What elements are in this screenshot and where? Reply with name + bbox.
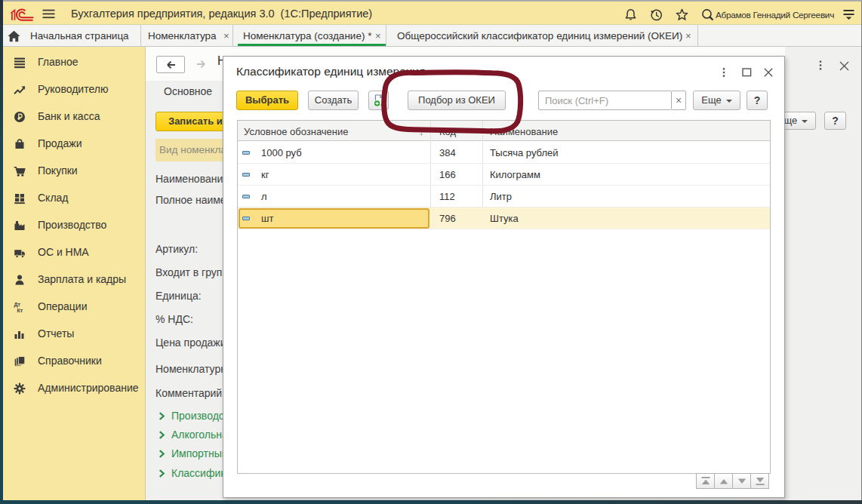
unit-element-icon <box>242 217 250 220</box>
form-kebab-menu-icon[interactable] <box>819 60 822 71</box>
shopping-cart-icon <box>14 165 26 177</box>
table-row-kg[interactable]: кг 166 Килограмм <box>238 164 770 186</box>
search-icon[interactable] <box>701 8 714 21</box>
table-row-sht-selected[interactable]: шт 796 Штука <box>238 207 770 229</box>
warehouse-boxes-icon <box>14 192 26 204</box>
bar-chart-icon <box>14 328 26 340</box>
create-group-icon <box>373 94 385 107</box>
gear-icon <box>14 383 26 395</box>
ruble-coin-icon <box>14 111 26 123</box>
field-label-nds: % НДС: <box>155 313 193 325</box>
svg-text:Дт: Дт <box>14 302 21 308</box>
cell-name: Штука <box>490 213 519 224</box>
sidebar-item-label: Зарплата и кадры <box>38 273 126 285</box>
dialog-kebab-menu-icon[interactable] <box>722 68 725 78</box>
dialog-title: Классификатор единиц измерения <box>236 65 425 78</box>
main-menu-icon[interactable] <box>42 9 55 19</box>
table-row-l[interactable]: л 112 Литр <box>238 186 770 207</box>
sidebar-item-zarplata-i-kadry[interactable]: Зарплата и кадры <box>3 266 145 293</box>
cell-symbol: л <box>261 191 267 202</box>
cell-name: Тысяча рублей <box>490 147 559 158</box>
favorites-star-icon[interactable] <box>676 8 688 21</box>
cell-code: 166 <box>439 169 456 180</box>
trend-chart-icon <box>14 84 26 96</box>
select-button[interactable]: Выбрать <box>236 91 298 110</box>
sidebar-item-label: Справочники <box>38 355 102 367</box>
field-label-kommentarij: Комментарий: <box>155 387 225 399</box>
field-label-cena-prodazhi: Цена продажи: <box>155 337 229 349</box>
service-menu-icon[interactable] <box>843 9 854 20</box>
sidebar-item-bank-i-kassa[interactable]: Банк и касса <box>3 103 145 131</box>
sidebar-item-proizvodstvo[interactable]: Производство <box>3 212 145 239</box>
sidebar-item-sklad[interactable]: Склад <box>3 185 145 212</box>
sidebar-item-label: Покупки <box>38 164 78 177</box>
dialog-more-label: Еще <box>701 94 721 106</box>
sidebar-item-operacii[interactable]: Дт Кт Операции <box>3 293 145 321</box>
expand-chevron-icon <box>159 412 165 420</box>
sidebar-item-prodazhi[interactable]: Продажи <box>3 131 145 158</box>
column-header-symbol[interactable]: Условное обозначение <box>244 126 349 137</box>
scroll-to-top-button[interactable] <box>696 473 715 489</box>
sidebar-item-label: Банк и касса <box>38 110 100 122</box>
form-help-button[interactable]: ? <box>824 112 846 130</box>
sidebar-item-label: Главное <box>38 56 79 68</box>
tab-close-icon[interactable]: × <box>375 31 381 41</box>
forward-button[interactable] <box>190 56 213 73</box>
column-header-code[interactable]: Код <box>439 126 456 137</box>
sidebar-item-administrirovanie[interactable]: Администрирование <box>3 375 145 402</box>
create-group-button[interactable] <box>368 91 389 110</box>
notifications-bell-icon[interactable] <box>624 8 637 21</box>
tab-nomenklatura[interactable]: Номенклатура × <box>141 25 232 47</box>
factory-icon <box>14 220 26 232</box>
sidebar-item-otchety[interactable]: Отчеты <box>3 321 145 348</box>
debit-credit-icon: Дт Кт <box>14 301 26 313</box>
dialog-help-button[interactable]: ? <box>747 91 768 110</box>
form-nav-osnovnoe[interactable]: Основное <box>164 85 212 97</box>
history-icon[interactable] <box>650 8 663 21</box>
search-clear-button[interactable]: × <box>672 91 686 110</box>
current-user[interactable]: Абрамов Геннадий Сергеевич <box>716 10 834 20</box>
dialog-more-button[interactable]: Еще <box>693 91 740 110</box>
sidebar-item-os-i-nma[interactable]: ОС и НМА <box>3 239 145 266</box>
tab-okei-classifier[interactable]: Общероссийский классификатор единиц изме… <box>386 25 697 47</box>
sidebar-item-label: Руководителю <box>38 83 108 95</box>
expand-chevron-icon <box>159 450 165 458</box>
truck-icon <box>14 247 26 259</box>
cell-code: 384 <box>439 147 456 158</box>
tab-label: Номенклатура (создание) * <box>243 30 371 41</box>
title-bar: Бухгалтерия предприятия, редакция 3.0 (1… <box>3 2 861 24</box>
pick-from-okei-button[interactable]: Подбор из ОКЕИ <box>408 91 506 110</box>
tab-close-icon[interactable]: × <box>685 31 691 41</box>
back-button[interactable] <box>156 56 185 73</box>
scroll-up-icon <box>719 478 729 485</box>
expand-chevron-icon <box>159 469 165 478</box>
home-icon <box>8 30 20 42</box>
column-header-name[interactable]: Наименование <box>490 126 558 137</box>
search-input[interactable] <box>538 91 672 110</box>
units-table: Условное обозначение ↓ Код Наименование … <box>237 120 771 474</box>
scroll-to-bottom-icon <box>755 476 765 486</box>
sidebar-item-rukovoditelyu[interactable]: Руководителю <box>3 76 145 103</box>
table-header[interactable]: Условное обозначение ↓ Код Наименование <box>238 121 770 141</box>
create-button[interactable]: Создать <box>308 91 359 110</box>
scroll-down-button[interactable] <box>732 473 751 489</box>
sidebar-item-pokupki[interactable]: Покупки <box>3 158 145 185</box>
scroll-to-bottom-button[interactable] <box>750 473 769 489</box>
scroll-to-top-icon <box>700 476 711 486</box>
sidebar-item-glavnoe[interactable]: Главное <box>3 49 145 76</box>
sidebar-item-spravochniki[interactable]: Справочники <box>3 348 145 375</box>
dialog-close-icon[interactable] <box>764 68 773 77</box>
dialog-maximize-icon[interactable] <box>742 68 752 77</box>
form-close-icon[interactable] <box>839 61 849 71</box>
scroll-down-icon <box>737 478 747 485</box>
field-label-naimenovanie: Наименование: <box>155 173 232 185</box>
table-row-1000rub[interactable]: 1000 руб 384 Тысяча рублей <box>238 142 770 164</box>
scroll-up-button[interactable] <box>714 473 733 489</box>
back-arrow-icon <box>166 60 176 69</box>
tab-close-icon[interactable]: × <box>223 31 229 41</box>
cell-symbol: кг <box>261 169 269 180</box>
tab-home[interactable]: Начальная страница <box>3 25 140 47</box>
tab-nomenklatura-create-active[interactable]: Номенклатура (создание) * × <box>233 25 386 47</box>
sidebar-item-label: Склад <box>38 192 69 204</box>
sidebar-item-label: Отчеты <box>38 327 74 340</box>
